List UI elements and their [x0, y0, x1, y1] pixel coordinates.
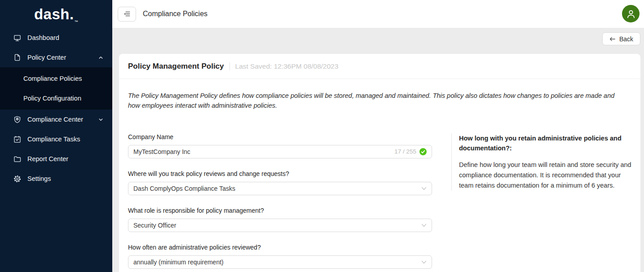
field-label: What role is responsible for policy mana… — [128, 207, 432, 214]
sidebar-item-label: Dashboard — [27, 34, 59, 41]
main-area: Compliance Policies — [112, 0, 644, 272]
user-icon — [625, 8, 637, 20]
sidebar-item-policy-center[interactable]: Policy Center — [0, 48, 112, 67]
field-responsible-role: What role is responsible for policy mana… — [128, 207, 432, 232]
sidebar: dash.™ Dashboard Po — [0, 0, 112, 272]
field-label: Company Name — [128, 133, 432, 140]
sidebar-item-label: Policy Configuration — [23, 95, 81, 102]
company-name-input-wrapper: 17 / 255 — [128, 145, 432, 158]
company-name-input[interactable] — [133, 148, 391, 155]
help-body: Define how long your team will retain an… — [459, 160, 631, 191]
sidebar-item-label: Settings — [27, 175, 51, 182]
chevron-down-icon — [98, 117, 103, 122]
document-icon — [13, 54, 21, 61]
responsible-role-select[interactable]: Security Officer — [128, 219, 432, 232]
card-body: The Policy Management Policy defines how… — [119, 79, 640, 272]
sidebar-item-settings[interactable]: Settings — [0, 169, 112, 189]
app-root: dash.™ Dashboard Po — [0, 0, 644, 272]
sidebar-item-label: Compliance Policies — [23, 75, 82, 82]
sidebar-item-policy-configuration[interactable]: Policy Configuration — [0, 88, 112, 108]
sidebar-toggle-button[interactable] — [118, 7, 136, 22]
sidebar-item-compliance-center[interactable]: Compliance Center — [0, 110, 112, 129]
top-bar: Compliance Policies — [112, 0, 644, 28]
card-header: Policy Management Policy Last Saved: 12:… — [119, 54, 640, 79]
sidebar-item-label: Report Center — [27, 155, 68, 162]
calendar-check-icon — [13, 136, 21, 143]
policy-form: Company Name 17 / 255 — [128, 133, 432, 272]
title-divider — [229, 62, 230, 70]
select-value: Dash ComplyOps Compliance Tasks — [133, 185, 235, 192]
menu-fold-icon — [124, 10, 131, 18]
field-label: How often are administrative policies re… — [128, 244, 432, 251]
review-frequency-select[interactable]: annually (minimum requirement) — [128, 255, 432, 269]
policy-card: Policy Management Policy Last Saved: 12:… — [119, 54, 640, 272]
check-circle-icon — [419, 148, 427, 155]
back-button[interactable]: Back — [602, 32, 640, 45]
folder-icon — [13, 155, 21, 163]
card-title: Policy Management Policy — [128, 62, 224, 71]
sidebar-item-label: Compliance Tasks — [27, 136, 80, 143]
select-value: Security Officer — [133, 222, 176, 229]
sidebar-item-compliance-policies[interactable]: Compliance Policies — [0, 69, 112, 88]
back-button-label: Back — [619, 35, 633, 43]
page-title: Compliance Policies — [143, 10, 207, 18]
user-avatar[interactable] — [622, 5, 640, 22]
sidebar-item-compliance-tasks[interactable]: Compliance Tasks — [0, 129, 112, 149]
toolbar-row: Back — [112, 32, 644, 49]
field-label: Where will you track policy reviews and … — [128, 170, 432, 177]
chevron-down-icon — [421, 186, 427, 191]
field-company-name: Company Name 17 / 255 — [128, 133, 432, 158]
select-value: annually (minimum requirement) — [133, 259, 224, 266]
content-area: Back Policy Management Policy Last Saved… — [112, 28, 644, 272]
input-suffix: 17 / 255 — [394, 148, 427, 155]
sidebar-item-label: Compliance Center — [27, 116, 83, 123]
brand-logo-text: dash. — [34, 6, 74, 23]
chevron-down-icon — [421, 223, 427, 228]
policy-description: The Policy Management Policy defines how… — [128, 91, 627, 111]
sidebar-item-label: Policy Center — [27, 54, 66, 61]
sidebar-item-report-center[interactable]: Report Center — [0, 149, 112, 169]
chevron-up-icon — [98, 55, 103, 60]
trademark-symbol: ™ — [75, 20, 79, 24]
char-counter: 17 / 255 — [394, 148, 416, 155]
sidebar-item-dashboard[interactable]: Dashboard — [0, 28, 112, 48]
sidebar-nav: Dashboard Policy Center — [0, 28, 112, 189]
last-saved-text: Last Saved: 12:36PM 08/08/2023 — [235, 62, 339, 70]
help-heading: How long with you retain administrative … — [459, 133, 631, 154]
track-reviews-select[interactable]: Dash ComplyOps Compliance Tasks — [128, 182, 432, 195]
policy-center-submenu: Compliance Policies Policy Configuration — [0, 67, 112, 110]
brand-logo: dash.™ — [0, 0, 112, 28]
arrow-left-icon — [609, 36, 616, 42]
field-track-reviews: Where will you track policy reviews and … — [128, 170, 432, 195]
field-review-frequency: How often are administrative policies re… — [128, 244, 432, 269]
chevron-down-icon — [421, 259, 427, 265]
shield-icon — [13, 116, 21, 123]
monitor-icon — [13, 34, 21, 42]
gear-icon — [13, 175, 21, 183]
help-panel: How long with you retain administrative … — [451, 133, 631, 191]
